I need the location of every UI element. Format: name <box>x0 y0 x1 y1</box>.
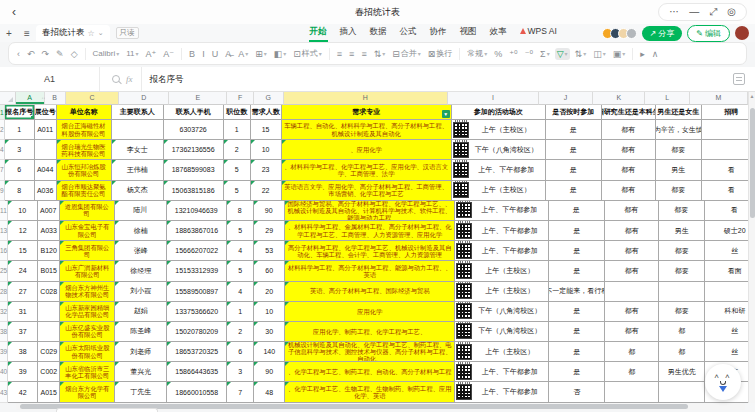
chart-icon[interactable]: ◫▾ <box>591 48 608 60</box>
bold-icon[interactable]: B <box>187 48 197 60</box>
cell-H2[interactable]: 车辆工程、自动化、材料科学与工程、高分子材料与工程、机械设计制造及其自动化 <box>282 120 452 140</box>
cell-C2[interactable]: 烟台正海磁性材料股份有限公司 <box>57 120 112 140</box>
sheet-tab-partial[interactable] <box>56 408 158 412</box>
header-cell-H1[interactable]: 需求专业▼ <box>282 105 452 120</box>
autosum-icon[interactable]: Σ▾ <box>538 48 552 60</box>
active-filter-icon[interactable]: ▼ <box>442 110 450 118</box>
cell-L16[interactable]: 都要 <box>659 241 705 261</box>
cell-G13[interactable]: 29 <box>254 221 285 241</box>
header-cell-A1[interactable]: 报名序号 <box>5 105 35 120</box>
cell-M38[interactable]: 丝 <box>705 322 748 342</box>
cell-D43[interactable]: 丁先生 <box>115 382 167 402</box>
cell-L25[interactable]: 都要 <box>659 261 705 281</box>
cell-L9[interactable]: 都要 <box>656 181 702 201</box>
cell-C7[interactable]: 山东恒邦冶炼股份有限公司 <box>57 160 112 180</box>
cell-L28[interactable] <box>659 282 705 302</box>
cell-H11[interactable]: 国际经济与贸易、高分子材料与工程、化学工程与工艺、、机械设计制造及其自动化、计算… <box>285 201 455 221</box>
select-all-corner[interactable] <box>0 92 16 105</box>
cell-B4[interactable] <box>35 140 57 160</box>
row-header-38[interactable]: 38 <box>0 322 8 342</box>
cell-F4[interactable]: 2 <box>224 140 251 160</box>
cell-K11[interactable]: 都有 <box>605 201 659 221</box>
align-left-icon[interactable]: ≡ <box>335 48 344 60</box>
menu-公式[interactable]: 公式 <box>399 24 418 42</box>
cell-G4[interactable]: 10 <box>251 140 282 160</box>
cell-I2[interactable]: 上午（主校区） <box>452 120 546 140</box>
cell-B28[interactable]: C028 <box>38 282 60 302</box>
document-tab[interactable]: 春招统计表 ☆ ⌄ <box>36 25 110 41</box>
row-header-11[interactable]: 11 <box>0 201 8 221</box>
cell-J9[interactable]: 是 <box>546 181 602 201</box>
cell-K38[interactable]: 都有 <box>605 322 659 342</box>
cell-E11[interactable]: 13210946639 <box>167 201 227 221</box>
cell-H9[interactable]: 英语语言文学、应用化学、高分子材料与工程、工商管理、市场营销、化学工程与工艺 <box>282 181 452 201</box>
cell-K40[interactable]: 都 <box>605 362 659 382</box>
cell-G43[interactable]: 48 <box>254 382 285 402</box>
cell-K28[interactable] <box>605 282 659 302</box>
cell-K39[interactable]: 都 <box>605 342 659 362</box>
fx-icon[interactable]: fx <box>126 74 133 84</box>
cell-M13[interactable]: 硕士20 <box>705 221 748 241</box>
cell-K16[interactable]: 都有 <box>605 241 659 261</box>
increase-decimal-icon[interactable]: ⁺⁰ <box>507 48 519 60</box>
header-cell-F1[interactable]: 职位数 <box>224 105 251 120</box>
minimize-icon[interactable]: — <box>689 6 699 18</box>
font-color-icon[interactable]: A▾ <box>236 48 250 60</box>
cell-M2[interactable] <box>702 120 748 140</box>
column-header-B[interactable]: B <box>45 92 66 105</box>
cell-J4[interactable]: 是 <box>546 140 602 160</box>
cell-I9[interactable]: 上午（主校区） <box>452 181 546 201</box>
cell-C25[interactable]: 山东广润新材料有限公司 <box>60 261 115 281</box>
cell-C9[interactable]: 烟台市顺达聚氨酯有限责任公司 <box>57 181 112 201</box>
cell-E39[interactable]: 18653720325 <box>167 342 227 362</box>
cell-C4[interactable]: 烟台瑞光生物医药科技有限公司 <box>57 140 112 160</box>
cell-K32[interactable]: 都有 <box>605 302 659 322</box>
undo-icon[interactable]: ↶ <box>25 48 37 60</box>
cell-D7[interactable]: 王伟楠 <box>112 160 164 180</box>
cell-F16[interactable]: 4 <box>227 241 254 261</box>
row-header-43[interactable]: 43 <box>0 382 8 402</box>
cell-C16[interactable]: 三角集团有限公司 <box>60 241 115 261</box>
column-header-C[interactable]: C <box>66 92 119 105</box>
name-box[interactable]: A1 <box>0 67 100 91</box>
column-header-A[interactable]: A⋯ <box>16 92 45 105</box>
cell-H25[interactable]: 材料科学与工程、高分子材料与工程、能源与动力工程、、英语 <box>285 261 455 281</box>
cell-M9[interactable]: 看 <box>702 181 748 201</box>
cell-J32[interactable]: 是 <box>549 302 605 322</box>
cell-H32[interactable]: 应用化学 <box>285 302 455 322</box>
cell-I43[interactable]: 上午、下午都参加 <box>455 382 549 402</box>
cell-E7[interactable]: 18768599083 <box>164 160 224 180</box>
format-painter-icon[interactable]: ✎ <box>54 48 66 60</box>
cell-F7[interactable]: 5 <box>224 160 251 180</box>
borders-icon[interactable]: ⊞▾ <box>253 48 269 60</box>
cell-M32[interactable]: 科和研 <box>705 302 748 322</box>
header-cell-K1[interactable]: 招研究生还是本科生 <box>602 105 656 120</box>
cell-B43[interactable]: A015 <box>38 382 60 402</box>
cell-I11[interactable]: 上午、下午都参加 <box>455 201 549 221</box>
cell-B40[interactable]: C002 <box>38 362 60 382</box>
cell-D4[interactable]: 李女士 <box>112 140 164 160</box>
cell-E25[interactable]: 15153312939 <box>167 261 227 281</box>
cell-C28[interactable]: 烟台东方神州生物技术有限公司 <box>60 282 115 302</box>
cell-A28[interactable]: 27 <box>8 282 38 302</box>
cell-I4[interactable]: 下午（八角湾校区） <box>452 140 546 160</box>
cell-J25[interactable]: 是 <box>549 261 605 281</box>
header-cell-E1[interactable]: 联系人手机 <box>164 105 224 120</box>
cell-M4[interactable] <box>702 140 748 160</box>
cell-H16[interactable]: 高分子材料与工程、化学工程与工艺、机械设计制造及其自动化、车辆工程、会计学、工商… <box>285 241 455 261</box>
cell-B38[interactable] <box>38 322 60 342</box>
vertical-scrollbar[interactable]: ▲ <box>748 92 755 403</box>
cell-E4[interactable]: 17362136556 <box>164 140 224 160</box>
cell-J39[interactable]: 是 <box>549 342 605 362</box>
cell-M7[interactable]: 看 <box>702 160 748 180</box>
align-right-icon[interactable]: ≡ <box>359 48 368 60</box>
magnifier-icon[interactable] <box>112 75 120 83</box>
decrease-decimal-icon[interactable]: ⁻⁰ <box>523 48 535 60</box>
header-cell-D1[interactable]: 主要联系人 <box>112 105 164 120</box>
cell-D2[interactable] <box>112 120 164 140</box>
cell-J40[interactable]: 是 <box>549 362 605 382</box>
cell-K9[interactable]: 都有 <box>602 181 656 201</box>
percent-icon[interactable]: % <box>492 48 504 60</box>
sort-icon[interactable]: ⇅▾ <box>573 48 589 60</box>
cell-D13[interactable]: 徐楠 <box>115 221 167 241</box>
